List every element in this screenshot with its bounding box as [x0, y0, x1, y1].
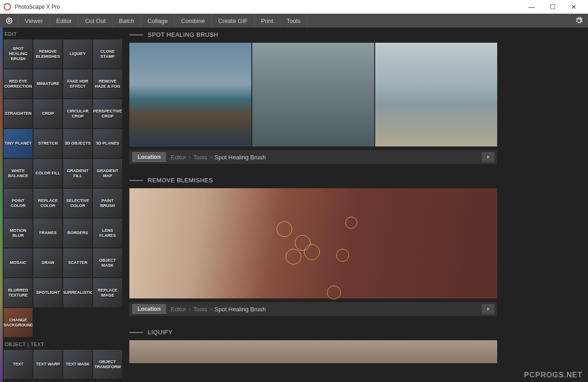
tool-label: FAKE HDR EFFECT [63, 79, 92, 89]
nav-combine[interactable]: Combine [175, 14, 212, 28]
nav-cutout[interactable]: Cut Out [78, 14, 112, 28]
window-title: PhotoScape X Pro [15, 4, 521, 10]
tool-mosaic[interactable]: MOSAIC [4, 248, 33, 277]
tool-label: OBJECT MASK [93, 258, 122, 268]
tool-color-fill[interactable]: COLOR FILL [33, 159, 62, 188]
tool-text-warp[interactable]: TEXT WARP [33, 350, 62, 379]
tool-label: GRADIENT MAP [93, 169, 122, 179]
play-video-button[interactable] [482, 304, 494, 314]
tool-label: CHANGE BACKGROUND [4, 318, 33, 328]
tool-liquify[interactable]: LIQUIFY [63, 39, 92, 68]
tool-3d-planes[interactable]: 3D PLANES [93, 129, 122, 158]
tool-borders[interactable]: BORDERS [63, 219, 92, 247]
play-icon [485, 154, 491, 160]
tool-label: MOSAIC [9, 260, 28, 265]
nav-viewer[interactable]: Viewer [18, 14, 50, 28]
location-button[interactable]: Location [132, 152, 166, 162]
tool-tiny-planet[interactable]: TINY PLANET [4, 129, 33, 158]
tool-circular-crop[interactable]: CIRCULAR CROP [63, 99, 92, 128]
tool-motion-blur[interactable]: MOTION BLUR [4, 219, 33, 247]
minimize-button[interactable]: — [521, 0, 542, 14]
home-logo-button[interactable] [0, 14, 18, 28]
nav-batch[interactable]: Batch [112, 14, 141, 28]
tool-label: SELECTIVE COLOR [63, 198, 92, 208]
nav-tools[interactable]: Tools [280, 14, 307, 28]
tool-replace-image[interactable]: REPLACE IMAGE [93, 278, 122, 307]
dash-icon [129, 34, 143, 35]
tool-label: BLURRED TEXTURE [4, 288, 33, 298]
preview-image [375, 43, 497, 146]
section-edit-label: EDIT [3, 29, 123, 39]
section-remove-blemishes: REMOVE BLEMISHES Location Editor>Tools>S… [129, 177, 497, 316]
settings-button[interactable] [570, 14, 588, 28]
tool-label: TEXT [12, 362, 24, 367]
maximize-button[interactable]: ☐ [542, 0, 563, 14]
app-logo-icon [4, 3, 11, 11]
tool-crop[interactable]: CROP [33, 99, 62, 128]
tool-gradient-map[interactable]: GRADIENT MAP [93, 159, 122, 188]
tool-3d-objects[interactable]: 3D OBJECTS [63, 129, 92, 158]
tool-surrealistic[interactable]: SURREALISTIC [63, 278, 92, 307]
tool-replace-color[interactable]: REPLACE COLOR [33, 189, 62, 218]
section-title: LIQUIFY [148, 329, 172, 336]
close-button[interactable]: ✕ [563, 0, 584, 14]
tool-label: MINIATURE [36, 81, 60, 86]
tool-fake-hdr-effect[interactable]: FAKE HDR EFFECT [63, 69, 92, 98]
preview-image [252, 43, 374, 146]
tool-stretch[interactable]: STRETCH [33, 129, 62, 158]
nav-creategif[interactable]: Create GIF [212, 14, 255, 28]
tool-spotlight[interactable]: SPOTLIGHT [33, 278, 62, 307]
breadcrumb: Editor>Tools>Spot Healing Brush [171, 306, 477, 313]
preview-image [129, 188, 497, 298]
tool-draw[interactable]: DRAW [33, 248, 62, 277]
dash-icon [129, 332, 143, 333]
nav-collage[interactable]: Collage [141, 14, 175, 28]
tool-label: DRAW [41, 260, 55, 265]
tool-lens-flares[interactable]: LENS FLARES [93, 219, 122, 247]
tool-point-color[interactable]: POINT COLOR [4, 189, 33, 218]
location-bar: Location Editor>Tools>Spot Healing Brush [129, 150, 497, 164]
tool-label: 3D PLANES [95, 141, 120, 146]
app-spiral-icon [5, 17, 13, 25]
tool-straighten[interactable]: STRAIGHTEN [4, 99, 33, 128]
tool-object-mask[interactable]: OBJECT MASK [93, 248, 122, 277]
preview-image [129, 43, 251, 146]
tool-remove-blemishes[interactable]: REMOVE BLEMISHES [33, 39, 62, 68]
tool-gradient-fill[interactable]: GRADIENT FILL [63, 159, 92, 188]
tool-label: GRADIENT FILL [63, 169, 92, 179]
tool-label: COLOR FILL [35, 171, 61, 176]
window-titlebar: PhotoScape X Pro — ☐ ✕ [0, 0, 588, 14]
tool-change-background[interactable]: CHANGE BACKGROUND [4, 308, 33, 337]
play-video-button[interactable] [482, 152, 494, 162]
location-button[interactable]: Location [132, 304, 166, 314]
tool-red-eye-correction[interactable]: RED EYE CORRECTION [4, 69, 33, 98]
nav-print[interactable]: Print [255, 14, 280, 28]
tool-paint-brush[interactable]: PAINT BRUSH [93, 189, 122, 218]
tool-white-balance[interactable]: WHITE BALANCE [4, 159, 33, 188]
tool-spot-healing-brush[interactable]: SPOT HEALING BRUSH [4, 39, 33, 68]
tool-clone-stamp[interactable]: CLONE STAMP [93, 39, 122, 68]
tool-label: 3D OBJECTS [64, 141, 92, 146]
preview-images [129, 43, 497, 146]
main-content[interactable]: SPOT HEALING BRUSH Location Editor>Tools… [123, 28, 501, 382]
tool-label: REMOVE HAZE & FOG [93, 79, 122, 89]
tool-label: FRAMES [39, 230, 58, 236]
tool-label: LENS FLARES [93, 228, 122, 238]
tool-label: STRAIGHTEN [4, 111, 33, 116]
nav-editor[interactable]: Editor [50, 14, 79, 28]
tool-frames[interactable]: FRAMES [33, 219, 62, 247]
location-bar: Location Editor>Tools>Spot Healing Brush [129, 302, 497, 316]
tool-blurred-texture[interactable]: BLURRED TEXTURE [4, 278, 33, 307]
tool-object-transform[interactable]: OBJECT TRANSFORM [93, 350, 122, 379]
tool-label: MOTION BLUR [4, 228, 33, 238]
tool-miniature[interactable]: MINIATURE [33, 69, 62, 98]
tool-remove-haze-fog[interactable]: REMOVE HAZE & FOG [93, 69, 122, 98]
tool-label: PERSPECTIVE CROP [93, 109, 122, 119]
tool-perspective-crop[interactable]: PERSPECTIVE CROP [93, 99, 122, 128]
section-spot-healing: SPOT HEALING BRUSH Location Editor>Tools… [129, 31, 497, 164]
tool-label: CLONE STAMP [93, 49, 122, 59]
tool-text-mask[interactable]: TEXT MASK [63, 350, 92, 379]
tool-scatter[interactable]: SCATTER [63, 248, 92, 277]
tool-selective-color[interactable]: SELECTIVE COLOR [63, 189, 92, 218]
tool-text[interactable]: TEXT [4, 350, 33, 379]
